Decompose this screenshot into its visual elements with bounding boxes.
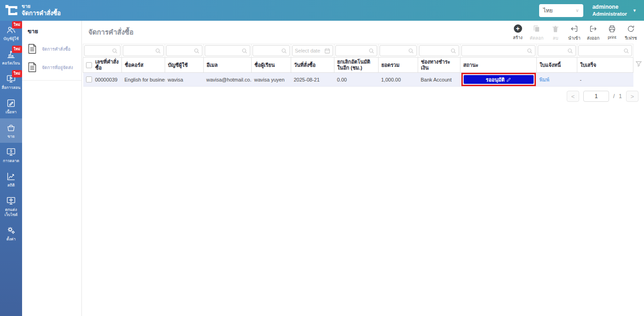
table-row[interactable]: 00000039 English for busines... wavisa w… [83, 73, 633, 87]
breadcrumb-section: ขาย [22, 3, 61, 10]
search-input[interactable] [336, 48, 368, 53]
tool-label: สร้าง [513, 34, 523, 41]
search-input[interactable] [205, 48, 242, 53]
sidebar-item-label: ตกแต่งเว็บไซต์ [0, 207, 22, 217]
website-icon [6, 196, 16, 206]
sidebar-item-website[interactable]: ตกแต่งเว็บไซต์ [0, 192, 22, 221]
invoice-print-link[interactable]: พิมพ์ [540, 77, 550, 82]
page-title: จัดการคำสั่งซื้อ [88, 27, 133, 38]
marketing-icon: $ [6, 147, 16, 157]
status-button[interactable]: รออนุมัติ [464, 75, 534, 84]
page-total: 1 [619, 93, 622, 99]
refresh-button[interactable]: รีเฟรช [621, 23, 640, 41]
cell-learner: wavisa yuyen [252, 73, 291, 87]
basket-icon [6, 123, 16, 133]
import-button[interactable]: นำเข้า [565, 23, 584, 41]
search-input[interactable] [462, 48, 527, 53]
column-header: วันที่สั่งซื้อ [291, 58, 334, 73]
tool-label: ลบ [553, 35, 558, 41]
sidebar-item-label: การตลาด [2, 158, 20, 164]
app-logo [0, 4, 22, 18]
tool-label: print [608, 35, 616, 40]
main-content: จัดการคำสั่งซื้อ + สร้าง คัดลอก ลบ [82, 21, 644, 316]
sidebar-item-media[interactable]: ใหม่ สื่อการสอน [0, 70, 22, 94]
page-number-input[interactable] [583, 91, 609, 102]
print-button[interactable]: print [603, 23, 621, 40]
submenu-title: ขาย [28, 27, 81, 36]
calendar-icon [324, 48, 330, 54]
user-menu[interactable]: adminone Administrator ▼ [592, 3, 637, 18]
sidebar-item-settings[interactable]: ตั้งค่า [0, 221, 22, 246]
search-input[interactable] [123, 48, 155, 53]
filter-row [83, 44, 633, 58]
sidebar-item-statistics[interactable]: สถิติ [0, 167, 22, 192]
cell-email: wavisa@hotmail.co... [204, 73, 252, 87]
filter-order-no [84, 45, 121, 56]
search-icon [450, 48, 456, 54]
sidebar-item-users[interactable]: ใหม่ บัญชีผู้ใช้ [0, 21, 22, 45]
export-button[interactable]: ส่งออก [584, 23, 603, 41]
column-header: ชื่อคอร์ส [122, 58, 165, 73]
column-header: บัญชีผู้ใช้ [165, 58, 204, 73]
column-header: เลขที่คำสั่งซื้อ [95, 59, 119, 71]
search-input[interactable] [85, 48, 112, 53]
column-header: สถานะ [460, 58, 537, 73]
select-all-checkbox[interactable] [86, 62, 92, 68]
annotation-highlight-box: รออนุมัติ [461, 73, 536, 86]
status-label: รออนุมัติ [486, 76, 505, 84]
prev-page-button[interactable]: < [567, 91, 579, 102]
filter-payment [419, 45, 459, 56]
date-picker-input[interactable] [293, 48, 324, 53]
search-icon [112, 48, 118, 54]
sidebar-item-label: ขาย [7, 134, 15, 139]
column-header: ช่องทางชำระเงิน [418, 58, 460, 73]
row-checkbox[interactable] [86, 76, 92, 82]
submenu-item-manage-orders[interactable]: จัดการคำสั่งซื้อ [22, 40, 81, 58]
search-icon [242, 48, 247, 54]
user-info: adminone Administrator [592, 3, 627, 18]
header-row: เลขที่คำสั่งซื้อ ชื่อคอร์ส บัญชีผู้ใช้ อ… [83, 58, 633, 73]
language-value: ไทย [543, 6, 553, 15]
content-header: จัดการคำสั่งซื้อ + สร้าง คัดลอก ลบ [82, 21, 644, 44]
sidebar-item-marketing[interactable]: $ การตลาด [0, 143, 22, 167]
sidebar-item-content[interactable]: เนื้อหา [0, 94, 22, 118]
column-header: ยอดรวม [379, 58, 418, 73]
import-icon [570, 24, 579, 33]
tool-label: นำเข้า [568, 35, 581, 41]
next-page-button[interactable]: > [626, 91, 638, 102]
filter-funnel-icon[interactable] [635, 60, 642, 67]
submenu-item-label: จัดการที่อยู่จัดส่ง [42, 64, 73, 71]
language-select[interactable]: ไทย ∨ [539, 4, 583, 17]
filter-invoice [538, 45, 576, 56]
sidebar-rail: ใหม่ บัญชีผู้ใช้ ใหม่ คอร์สเรียน ใหม่ สื… [0, 21, 22, 316]
search-input[interactable] [579, 48, 623, 53]
sidebar-item-courses[interactable]: ใหม่ คอร์สเรียน [0, 45, 22, 70]
new-badge: ใหม่ [12, 46, 22, 53]
search-icon [155, 48, 161, 54]
funnel-strip [633, 44, 644, 87]
search-input[interactable] [253, 48, 281, 53]
cell-payment: Bank Account [418, 73, 460, 87]
logo-icon [4, 4, 18, 18]
create-button[interactable]: + สร้าง [508, 23, 527, 41]
chevron-down-icon: ∨ [575, 8, 579, 13]
filter-date [292, 45, 333, 56]
export-icon [589, 24, 598, 33]
topbar-right: ไทย ∨ adminone Administrator ▼ [539, 3, 644, 18]
search-input[interactable] [420, 48, 450, 53]
cell-order-date: 2025-08-21 [291, 73, 334, 87]
cell-course: English for busines... [122, 73, 165, 87]
search-icon [368, 48, 374, 54]
user-name: adminone [592, 3, 627, 11]
cell-order-no: 00000039 [95, 77, 118, 82]
sidebar-item-sales[interactable]: ขาย [0, 118, 22, 143]
stats-icon [6, 171, 16, 181]
copy-button: คัดลอก [527, 23, 546, 41]
search-input[interactable] [167, 48, 194, 53]
filter-total [380, 45, 417, 56]
submenu-item-shipping-addresses[interactable]: จัดการที่อยู่จัดส่ง [22, 58, 81, 76]
search-input[interactable] [538, 48, 567, 53]
caret-down-icon: ▼ [632, 8, 637, 13]
search-input[interactable] [380, 48, 408, 53]
search-icon [408, 48, 414, 54]
